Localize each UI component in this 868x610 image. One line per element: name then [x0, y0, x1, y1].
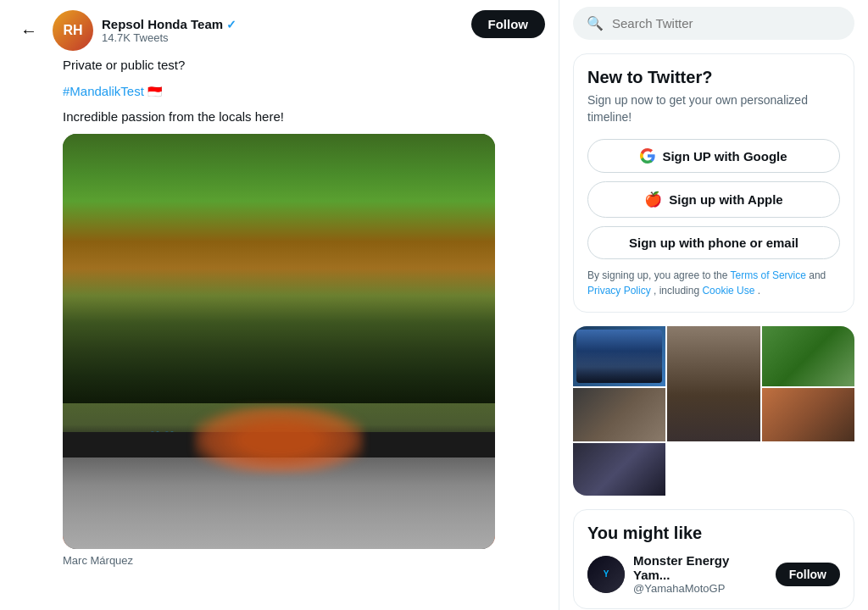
- tweet-count: 14.7K Tweets: [102, 31, 236, 44]
- photo-bike: [194, 406, 364, 474]
- signup-google-button[interactable]: Sign UP with Google: [587, 139, 840, 173]
- username: Repsol Honda Team ✓: [102, 17, 236, 31]
- signup-apple-button[interactable]: 🍎 Sign up with Apple: [587, 181, 840, 218]
- trending-images-grid[interactable]: [573, 326, 854, 496]
- signup-phone-button[interactable]: Sign up with phone or email: [587, 226, 840, 259]
- terms-and: and: [809, 269, 826, 281]
- right-panel: 🔍 New to Twitter? Sign up now to get you…: [559, 0, 868, 610]
- tweet-image-inner: 👥 👥: [63, 134, 495, 549]
- new-to-twitter-title: New to Twitter?: [587, 68, 840, 87]
- suggested-name: Monster Energy Yam...: [633, 553, 767, 582]
- suggested-handle: @YamahaMotoGP: [633, 582, 767, 595]
- tweet-bottom-name: Marc Márquez: [63, 554, 545, 567]
- search-icon: 🔍: [587, 15, 604, 31]
- back-button[interactable]: ←: [14, 18, 44, 44]
- tweet-text-line1: Private or public test?: [63, 56, 545, 75]
- tweet-hashtag-line: #MandalikTest 🇮🇩: [63, 82, 545, 102]
- terms-of-service-link[interactable]: Terms of Service: [731, 269, 806, 281]
- google-icon: [640, 148, 655, 164]
- suggested-user: Y Monster Energy Yam... @YamahaMotoGP Fo…: [587, 553, 840, 595]
- photo-trees: [63, 134, 495, 404]
- tweet-image: 👥 👥: [63, 134, 495, 549]
- tweet-header-left: ← RH Repsol Honda Team ✓ 14.7K Tweets: [14, 10, 236, 51]
- left-panel: ← RH Repsol Honda Team ✓ 14.7K Tweets Fo…: [0, 0, 559, 610]
- terms-including: , including: [654, 285, 702, 297]
- cookie-use-link[interactable]: Cookie Use: [702, 285, 754, 297]
- suggested-follow-button[interactable]: Follow: [776, 563, 840, 586]
- tweet-body: Private or public test? #MandalikTest 🇮🇩…: [63, 56, 545, 567]
- terms-text: By signing up, you agree to the Terms of…: [587, 268, 840, 298]
- terms-end: .: [758, 285, 760, 297]
- search-bar[interactable]: 🔍: [573, 7, 854, 40]
- tweet-header: ← RH Repsol Honda Team ✓ 14.7K Tweets Fo…: [14, 10, 545, 51]
- suggested-info: Monster Energy Yam... @YamahaMotoGP: [633, 553, 767, 595]
- follow-button[interactable]: Follow: [471, 10, 546, 38]
- username-text: Repsol Honda Team: [102, 17, 223, 31]
- verified-badge: ✓: [226, 18, 236, 31]
- suggested-avatar: Y: [587, 556, 625, 593]
- search-input[interactable]: [612, 16, 841, 30]
- privacy-policy-link[interactable]: Privacy Policy: [587, 285, 651, 297]
- you-might-like-section: You might like Y Monster Energy Yam... @…: [573, 509, 854, 609]
- signup-apple-label: Sign up with Apple: [669, 192, 782, 207]
- you-might-like-title: You might like: [587, 524, 840, 543]
- trending-img-2[interactable]: [667, 326, 760, 441]
- signup-phone-label: Sign up with phone or email: [629, 236, 798, 250]
- flag-emoji: 🇮🇩: [147, 85, 162, 98]
- avatar: RH: [53, 10, 93, 51]
- terms-prefix: By signing up, you agree to the: [587, 269, 731, 281]
- trending-img-6[interactable]: [573, 443, 665, 496]
- trending-img-4[interactable]: [573, 388, 665, 441]
- new-to-twitter-box: New to Twitter? Sign up now to get your …: [573, 53, 854, 313]
- tweet-user-info: Repsol Honda Team ✓ 14.7K Tweets: [102, 17, 236, 44]
- signup-google-label: Sign UP with Google: [662, 149, 787, 164]
- trending-img-5[interactable]: [762, 388, 854, 441]
- trending-img-3[interactable]: [762, 326, 854, 386]
- tweet-text-line2: Incredible passion from the locals here!: [63, 108, 545, 127]
- trending-img-1[interactable]: [573, 326, 665, 386]
- apple-icon: 🍎: [644, 191, 662, 208]
- new-to-twitter-subtitle: Sign up now to get your own personalized…: [587, 92, 840, 125]
- hashtag[interactable]: #MandalikTest: [63, 84, 144, 98]
